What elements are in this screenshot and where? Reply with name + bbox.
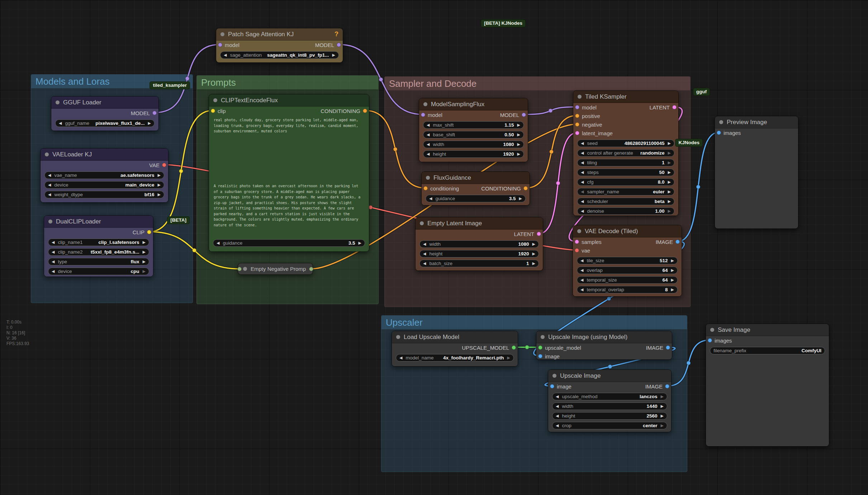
node-header[interactable]: Upscale Image — [548, 370, 671, 382]
node-header[interactable]: Empty Latent Image — [416, 217, 543, 230]
decrement-arrow-icon[interactable]: ◀ — [427, 133, 430, 137]
upscale_image-widget-upscale_method[interactable]: ◀upscale_methodlanczos▶ — [552, 393, 667, 400]
increment-arrow-icon[interactable]: ▶ — [143, 240, 146, 244]
increment-arrow-icon[interactable]: ▶ — [359, 241, 361, 245]
decrement-arrow-icon[interactable]: ◀ — [52, 240, 54, 244]
increment-arrow-icon[interactable]: ▶ — [671, 288, 674, 292]
decrement-arrow-icon[interactable]: ◀ — [581, 170, 584, 174]
patch_sage-widget-sage_attention[interactable]: ◀sage_attentionsageattn_qk_int8_pv_fp1..… — [220, 51, 339, 59]
decrement-arrow-icon[interactable]: ◀ — [52, 250, 54, 254]
vae_decode-widget-overlap[interactable]: ◀overlap64▶ — [577, 267, 678, 274]
gguf_loader-output-MODEL-port[interactable] — [152, 111, 157, 115]
node-upscale_using[interactable]: Upscale Image (using Model)upscale_model… — [536, 331, 672, 360]
tiled_ksampler-input-positive-port[interactable] — [575, 114, 579, 118]
tiled_ksampler-widget-control-after-generate[interactable]: ◀control after generaterandomize▶ — [577, 149, 674, 157]
increment-arrow-icon[interactable]: ▶ — [671, 278, 674, 282]
decrement-arrow-icon[interactable]: ◀ — [581, 161, 584, 165]
decrement-arrow-icon[interactable]: ◀ — [217, 241, 219, 245]
node-empty_latent[interactable]: Empty Latent ImageLATENT◀width1080▶◀heig… — [415, 217, 543, 271]
collapse-dot-icon[interactable] — [552, 374, 556, 378]
group-title-sampler-and-decode[interactable]: Sampler and Decode — [385, 77, 690, 90]
node-vae_decode[interactable]: VAE Decode (Tiled)samplesIMAGEvae◀tile_s… — [573, 225, 682, 297]
decrement-arrow-icon[interactable]: ◀ — [52, 260, 54, 264]
vaeloader-output-VAE-port[interactable] — [162, 163, 166, 167]
node-load_upscale[interactable]: Load Upscale ModelUPSCALE_MODEL◀model_na… — [392, 331, 518, 367]
collapse-dot-icon[interactable] — [719, 120, 723, 124]
flux_guidance-widget-guidance[interactable]: ◀guidance3.5▶ — [426, 195, 526, 202]
decrement-arrow-icon[interactable]: ◀ — [581, 141, 584, 145]
collapse-dot-icon[interactable] — [578, 95, 582, 99]
increment-arrow-icon[interactable]: ▶ — [532, 242, 535, 246]
vae_decode-widget-temporal_size[interactable]: ◀temporal_size64▶ — [577, 276, 678, 284]
decrement-arrow-icon[interactable]: ◀ — [556, 414, 559, 418]
dualclip-widget-clip_name2[interactable]: ◀clip_name2t5xxl_fp8_e4m3fn.s...▶ — [48, 248, 149, 256]
increment-arrow-icon[interactable]: ▶ — [668, 180, 671, 184]
load_upscale-output-UPSCALE_MODEL-port[interactable] — [512, 345, 516, 350]
dualclip-widget-type[interactable]: ◀typeflux▶ — [48, 258, 149, 265]
decrement-arrow-icon[interactable]: ◀ — [580, 259, 583, 263]
vae_decode-widget-tile_size[interactable]: ◀tile_size512▶ — [577, 257, 678, 264]
upscale_using-output-IMAGE-port[interactable] — [666, 345, 670, 350]
node-header[interactable]: VAE Decode (Tiled) — [573, 225, 682, 237]
tiled_ksampler-widget-seed[interactable]: ◀seed486280291100045▶ — [577, 140, 674, 147]
gguf_loader-widget-gguf_name[interactable]: ◀gguf_namepixelwave_flux1_de...▶ — [55, 119, 155, 127]
model_sampling-widget-height[interactable]: ◀height1920▶ — [423, 150, 524, 158]
tiled_ksampler-input-model-port[interactable] — [575, 105, 579, 109]
flux_guidance-input-conditioning-port[interactable] — [423, 186, 428, 190]
increment-arrow-icon[interactable]: ▶ — [668, 141, 671, 145]
decrement-arrow-icon[interactable]: ◀ — [581, 199, 584, 203]
increment-arrow-icon[interactable]: ▶ — [148, 121, 151, 125]
decrement-arrow-icon[interactable]: ◀ — [580, 288, 583, 292]
node-header[interactable]: Load Upscale Model — [392, 331, 518, 343]
vaeloader-widget-device[interactable]: ◀devicemain_device▶ — [44, 181, 164, 189]
node-flux_guidance[interactable]: FluxGuidanceconditioningCONDITIONING◀gui… — [421, 171, 530, 206]
increment-arrow-icon[interactable]: ▶ — [668, 190, 671, 194]
tiled_ksampler-widget-cfg[interactable]: ◀cfg8.0▶ — [577, 178, 674, 186]
decrement-arrow-icon[interactable]: ◀ — [556, 404, 559, 408]
decrement-arrow-icon[interactable]: ◀ — [427, 152, 430, 156]
group-title-upscaler[interactable]: Upscaler — [381, 316, 687, 329]
clip_encode-output-CONDITIONING-port[interactable] — [363, 109, 367, 113]
increment-arrow-icon[interactable]: ▶ — [671, 268, 674, 272]
decrement-arrow-icon[interactable]: ◀ — [427, 142, 430, 146]
load_upscale-widget-model_name[interactable]: ◀model_name4x_foolhardy_Remacri.pth▶ — [396, 354, 514, 362]
increment-arrow-icon[interactable]: ▶ — [517, 152, 520, 156]
node-preview_image[interactable]: Preview Imageimages — [715, 116, 798, 229]
increment-arrow-icon[interactable]: ▶ — [158, 173, 161, 177]
increment-arrow-icon[interactable]: ▶ — [668, 199, 671, 203]
save_image-widget-filename_prefix[interactable]: filename_prefixComfyUI — [710, 347, 825, 354]
increment-arrow-icon[interactable]: ▶ — [661, 424, 664, 428]
node-header[interactable]: ModelSamplingFlux — [419, 98, 528, 110]
increment-arrow-icon[interactable]: ▶ — [517, 123, 520, 127]
collapse-dot-icon[interactable] — [48, 220, 52, 223]
tiled_ksampler-widget-tiling[interactable]: ◀tiling1▶ — [577, 159, 674, 166]
decrement-arrow-icon[interactable]: ◀ — [581, 180, 584, 184]
decrement-arrow-icon[interactable]: ◀ — [580, 278, 583, 282]
increment-arrow-icon[interactable]: ▶ — [158, 193, 161, 197]
node-tiled_ksampler[interactable]: Tiled KSamplermodelLATENTpositivenegativ… — [573, 90, 679, 216]
collapse-dot-icon[interactable] — [577, 229, 581, 233]
increment-arrow-icon[interactable]: ▶ — [532, 261, 535, 265]
tiled_ksampler-widget-denoise[interactable]: ◀denoise1.00▶ — [577, 207, 674, 215]
decrement-arrow-icon[interactable]: ◀ — [429, 197, 432, 201]
increment-arrow-icon[interactable]: ▶ — [519, 197, 522, 201]
model_sampling-input-model-port[interactable] — [421, 113, 425, 117]
tiled_ksampler-widget-steps[interactable]: ◀steps50▶ — [577, 169, 674, 176]
node-header[interactable]: Save Image — [706, 324, 829, 336]
upscale_image-input-image-port[interactable] — [550, 384, 554, 388]
vae_decode-input-samples-port[interactable] — [575, 240, 579, 244]
decrement-arrow-icon[interactable]: ◀ — [581, 190, 584, 194]
increment-arrow-icon[interactable]: ▶ — [143, 260, 146, 264]
model_sampling-output-MODEL-port[interactable] — [522, 113, 526, 117]
upscale_image-output-IMAGE-port[interactable] — [665, 384, 669, 388]
upscale_image-widget-height[interactable]: ◀height2560▶ — [552, 412, 667, 420]
collapse-dot-icon[interactable] — [423, 102, 427, 106]
decrement-arrow-icon[interactable]: ◀ — [556, 424, 559, 428]
upscale_using-input-image-port[interactable] — [538, 354, 542, 358]
empty_latent-widget-height[interactable]: ◀height1920▶ — [419, 250, 539, 258]
vae_decode-input-vae-port[interactable] — [575, 248, 579, 253]
increment-arrow-icon[interactable]: ▶ — [661, 404, 664, 408]
collapse-dot-icon[interactable] — [45, 152, 49, 156]
upscale_image-widget-crop[interactable]: ◀cropcenter▶ — [552, 422, 667, 429]
collapse-dot-icon[interactable] — [220, 32, 224, 36]
